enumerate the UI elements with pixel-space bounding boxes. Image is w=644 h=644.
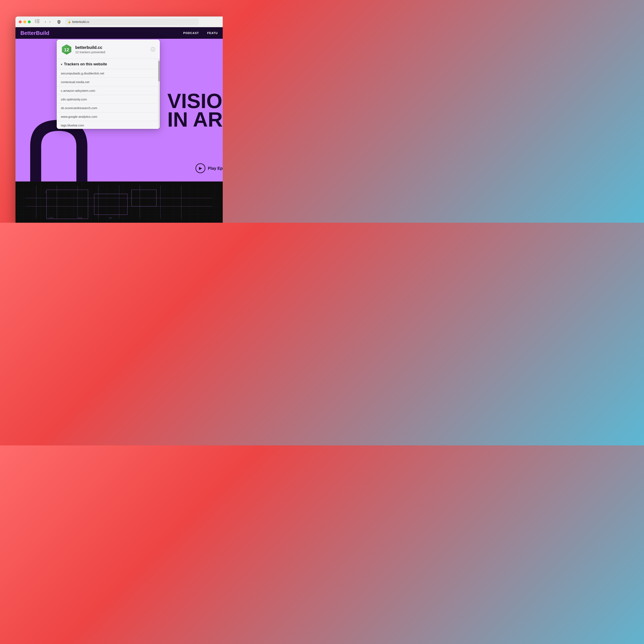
popup-site-info: betterbuild.cc 12 trackers prevented: [75, 45, 147, 54]
address-text: betterbuild.cc: [72, 20, 89, 24]
popup-domain: betterbuild.cc: [75, 45, 147, 50]
sidebar-toggle-icon[interactable]: [35, 19, 39, 24]
forward-button[interactable]: ›: [48, 19, 52, 24]
shield-protection-button[interactable]: [57, 20, 61, 24]
badge-count: 12: [64, 48, 69, 52]
svg-rect-3: [37, 22, 39, 23]
tracker-popup: 12 betterbuild.cc 12 trackers prevented …: [57, 40, 160, 129]
nav-features[interactable]: FEATU: [207, 31, 218, 35]
hero-line1: VISIO: [167, 92, 223, 110]
blueprint-section: 3700 3000 4M² ③: [15, 181, 223, 223]
traffic-lights: [19, 20, 31, 23]
website-logo: BetterBuild: [20, 30, 49, 36]
maximize-button[interactable]: [28, 20, 31, 23]
hero-line2: IN AR: [167, 110, 223, 129]
svg-text:③: ③: [45, 191, 46, 193]
svg-rect-1: [37, 19, 39, 20]
macos-window: ‹ › 🔒 betterbuild.cc BetterBuild PODCAST…: [15, 16, 223, 223]
back-button[interactable]: ‹: [44, 19, 47, 24]
svg-text:3700: 3700: [49, 217, 53, 219]
svg-text:3000: 3000: [78, 217, 82, 219]
tracker-item: www.google-analytics.com: [57, 112, 160, 121]
popup-header: 12 betterbuild.cc 12 trackers prevented …: [57, 40, 160, 59]
tracker-item: cdn.optimizely.com: [57, 95, 160, 104]
tracker-item: securepubads.g.doubleclick.net: [57, 69, 160, 78]
scrollbar-thumb[interactable]: [158, 61, 160, 81]
info-button[interactable]: ⓘ: [150, 46, 156, 53]
scrollbar-track[interactable]: [158, 59, 160, 129]
svg-text:4M²: 4M²: [109, 217, 112, 219]
website-nav: BetterBuild PODCAST FEATU: [15, 27, 223, 39]
trackers-section-title: Trackers on this website: [64, 62, 107, 66]
website-content: BetterBuild PODCAST FEATU VISIO IN AR ▶: [15, 27, 223, 223]
nav-podcast[interactable]: PODCAST: [183, 31, 199, 35]
chevron-down-icon: ▾: [61, 63, 62, 66]
minimize-button[interactable]: [23, 20, 26, 23]
play-label: Play Ep: [208, 166, 223, 171]
tracker-item: contextual.media.net: [57, 78, 160, 86]
svg-rect-2: [37, 21, 39, 22]
tracker-item: sb.scorecardresearch.com: [57, 104, 160, 112]
popup-trackers-count: 12 trackers prevented: [75, 50, 147, 54]
address-bar[interactable]: 🔒 betterbuild.cc: [65, 19, 199, 25]
tracker-item: c.amazon-adsystem.com: [57, 86, 160, 95]
popup-tracker-list[interactable]: ▾ Trackers on this website securepubads.…: [57, 59, 160, 129]
trackers-section-header[interactable]: ▾ Trackers on this website: [57, 59, 160, 69]
logo-highlight: ild: [43, 30, 49, 36]
logo-text: BetterBu: [20, 30, 43, 36]
lock-icon: 🔒: [68, 20, 71, 23]
svg-rect-0: [35, 19, 36, 23]
tracker-item: tags.bluekai.com: [57, 121, 160, 129]
hero-text: VISIO IN AR: [167, 92, 223, 129]
play-circle-icon: ▶: [195, 163, 205, 173]
shield-badge: 12: [61, 44, 72, 55]
play-button-area[interactable]: ▶ Play Ep: [195, 163, 223, 173]
close-button[interactable]: [19, 20, 22, 23]
nav-arrows: ‹ ›: [44, 19, 52, 24]
title-bar: ‹ › 🔒 betterbuild.cc: [15, 16, 223, 27]
